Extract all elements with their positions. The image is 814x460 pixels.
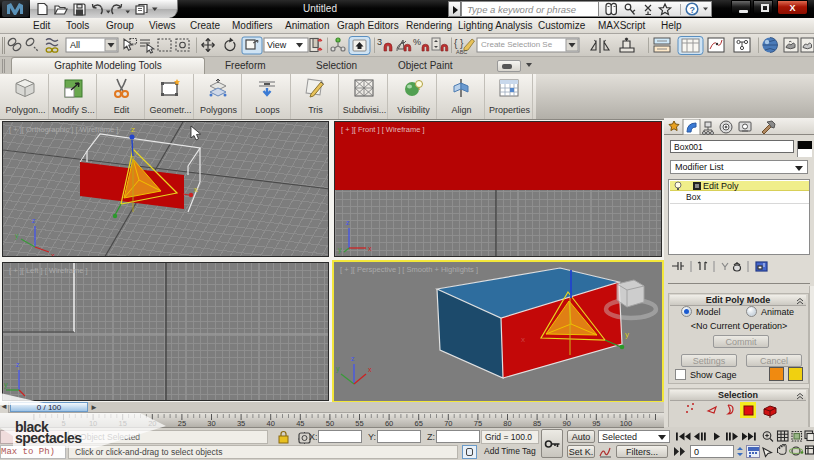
- svg-text:80: 80: [503, 419, 511, 428]
- svg-text:100: 100: [620, 419, 633, 428]
- svg-text:55: 55: [355, 419, 363, 428]
- svg-text:60: 60: [385, 419, 393, 428]
- svg-text:{ }: { }: [454, 38, 464, 49]
- svg-text:[ + ][ Left ] [ Wireframe ]: [ + ][ Left ] [ Wireframe ]: [9, 266, 88, 275]
- svg-text:z: z: [346, 219, 350, 226]
- svg-text:50: 50: [326, 419, 334, 428]
- svg-text:[ + ][ Perspective ] [ Smoot: [ + ][ Perspective ] [ Smooth + Highligh…: [340, 265, 478, 274]
- svg-text:70: 70: [444, 419, 452, 428]
- svg-text:x: x: [368, 366, 372, 373]
- svg-text:View: View: [267, 40, 287, 50]
- svg-text:[ + ][ Orthographic ] [ Wiref: [ + ][ Orthographic ] [ Wireframe ]: [9, 125, 118, 134]
- svg-text:x: x: [194, 185, 198, 194]
- svg-text:x: x: [368, 245, 372, 252]
- svg-text:45: 45: [296, 419, 304, 428]
- svg-text:z: z: [351, 355, 355, 362]
- svg-text:85: 85: [533, 419, 541, 428]
- svg-text:y: y: [4, 381, 8, 389]
- svg-text:All: All: [70, 40, 80, 50]
- svg-text:3: 3: [377, 37, 382, 47]
- svg-text:[ + ][ Front ] [ Wireframe ]: [ + ][ Front ] [ Wireframe ]: [341, 125, 425, 134]
- svg-text:95: 95: [592, 419, 600, 428]
- svg-text:y: y: [336, 365, 340, 373]
- svg-text:Create Selection Se: Create Selection Se: [481, 40, 553, 49]
- svg-text:ABC: ABC: [456, 49, 467, 55]
- svg-text:40: 40: [267, 419, 275, 428]
- svg-text:y: y: [15, 232, 19, 240]
- svg-text:x: x: [521, 335, 525, 344]
- svg-text:y: y: [338, 246, 342, 254]
- svg-text:y: y: [625, 330, 629, 339]
- svg-text:90: 90: [563, 419, 571, 428]
- svg-text:%: %: [413, 37, 421, 47]
- svg-text:75: 75: [474, 419, 482, 428]
- svg-text:z: z: [16, 361, 20, 368]
- svg-text:?: ?: [690, 5, 696, 15]
- svg-text:z: z: [131, 125, 135, 134]
- svg-text:65: 65: [415, 419, 423, 428]
- svg-text:x: x: [51, 252, 55, 257]
- svg-text:z: z: [32, 217, 36, 224]
